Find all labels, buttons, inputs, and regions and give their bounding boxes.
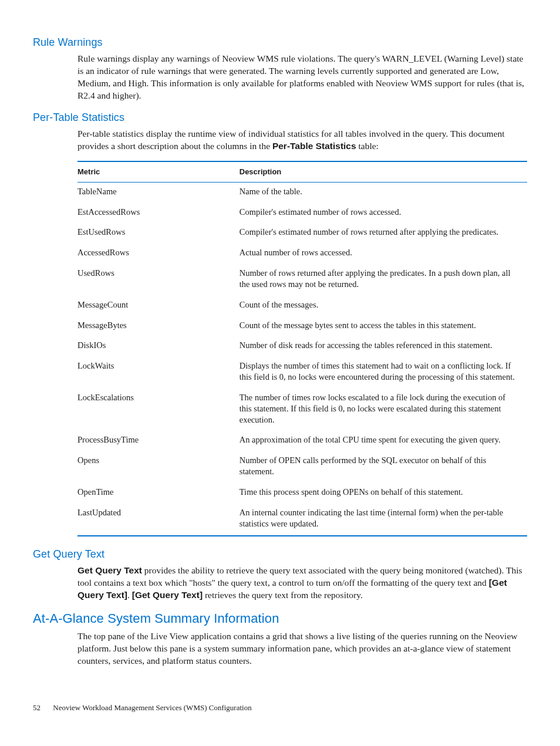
table-cell-metric: Opens — [77, 451, 239, 483]
table-cell-description: Number of disk reads for accessing the t… — [239, 336, 527, 357]
table-row: OpenTimeTime this process spent doing OP… — [77, 483, 527, 504]
table-cell-metric: LockWaits — [77, 357, 239, 389]
table-cell-metric: MessageCount — [77, 296, 239, 316]
heading-rule-warnings: Rule Warnings — [33, 35, 527, 49]
get-query-text-sep: . — [127, 590, 132, 600]
paragraph-rule-warnings: Rule warnings display any warnings of Ne… — [77, 53, 527, 102]
table-row: TableNameName of the table. — [77, 182, 527, 202]
paragraph-at-a-glance: The top pane of the Live View applicatio… — [77, 630, 527, 667]
table-cell-metric: AccessedRows — [77, 244, 239, 264]
table-header-metric: Metric — [77, 161, 239, 182]
table-row: OpensNumber of OPEN calls performed by t… — [77, 451, 527, 483]
table-row: LockEscalationsThe number of times row l… — [77, 389, 527, 431]
get-query-text-body2: retrieves the query text from the reposi… — [203, 590, 363, 600]
table-cell-description: Name of the table. — [239, 182, 527, 202]
table-cell-metric: EstAccessedRows — [77, 203, 239, 224]
table-header-row: Metric Description — [77, 161, 527, 182]
table-header-description: Description — [239, 161, 527, 182]
heading-per-table-statistics: Per-Table Statistics — [33, 110, 527, 124]
table-cell-description: The number of times row locks escalated … — [239, 389, 527, 431]
table-row: ProcessBusyTimeAn approximation of the t… — [77, 431, 527, 451]
table-cell-metric: LockEscalations — [77, 389, 239, 431]
table-row: DiskIOsNumber of disk reads for accessin… — [77, 336, 527, 357]
get-query-text-btn2: [Get Query Text] — [132, 590, 203, 600]
table-row: MessageCountCount of the messages. — [77, 296, 527, 316]
per-table-intro-post: table: — [356, 141, 379, 151]
table-row: EstAccessedRowsCompiler's estimated numb… — [77, 203, 527, 224]
table-cell-metric: LastUpdated — [77, 504, 239, 536]
table-cell-description: An internal counter indicating the last … — [239, 504, 527, 536]
page-footer: 52 Neoview Workload Management Services … — [33, 703, 527, 713]
page-number: 52 — [33, 703, 41, 713]
table-row: LastUpdatedAn internal counter indicatin… — [77, 504, 527, 536]
table-cell-description: Time this process spent doing OPENs on b… — [239, 483, 527, 504]
table-cell-description: Compiler's estimated number of rows acce… — [239, 203, 527, 224]
table-cell-description: Count of the messages. — [239, 296, 527, 316]
table-cell-description: Displays the number of times this statem… — [239, 357, 527, 389]
per-table-statistics-table: Metric Description TableNameName of the … — [77, 161, 527, 536]
table-row: MessageBytesCount of the message bytes s… — [77, 316, 527, 337]
heading-get-query-text: Get Query Text — [33, 547, 527, 561]
table-cell-metric: UsedRows — [77, 264, 239, 296]
table-row: AccessedRowsActual number of rows access… — [77, 244, 527, 264]
table-cell-description: Number of OPEN calls performed by the SQ… — [239, 451, 527, 483]
table-cell-description: Number of rows returned after applying t… — [239, 264, 527, 296]
table-cell-metric: EstUsedRows — [77, 223, 239, 244]
table-cell-metric: ProcessBusyTime — [77, 431, 239, 451]
paragraph-get-query-text: Get Query Text provides the ability to r… — [77, 565, 527, 602]
per-table-intro-bold: Per-Table Statistics — [272, 141, 356, 151]
get-query-text-body1: provides the ability to retrieve the que… — [77, 565, 522, 588]
table-cell-description: Compiler's estimated number of rows retu… — [239, 223, 527, 244]
table-row: LockWaitsDisplays the number of times th… — [77, 357, 527, 389]
heading-at-a-glance: At-A-Glance System Summary Information — [33, 610, 527, 627]
table-cell-metric: DiskIOs — [77, 336, 239, 357]
table-cell-metric: OpenTime — [77, 483, 239, 504]
table-cell-metric: MessageBytes — [77, 316, 239, 337]
table-cell-description: Count of the message bytes sent to acces… — [239, 316, 527, 337]
paragraph-per-table-intro: Per-table statistics display the runtime… — [77, 128, 527, 153]
table-cell-metric: TableName — [77, 182, 239, 202]
table-cell-description: An approximation of the total CPU time s… — [239, 431, 527, 451]
footer-title: Neoview Workload Management Services (WM… — [53, 703, 251, 712]
get-query-text-lead: Get Query Text — [77, 565, 142, 575]
table-cell-description: Actual number of rows accessed. — [239, 244, 527, 264]
table-row: EstUsedRowsCompiler's estimated number o… — [77, 223, 527, 244]
table-row: UsedRowsNumber of rows returned after ap… — [77, 264, 527, 296]
